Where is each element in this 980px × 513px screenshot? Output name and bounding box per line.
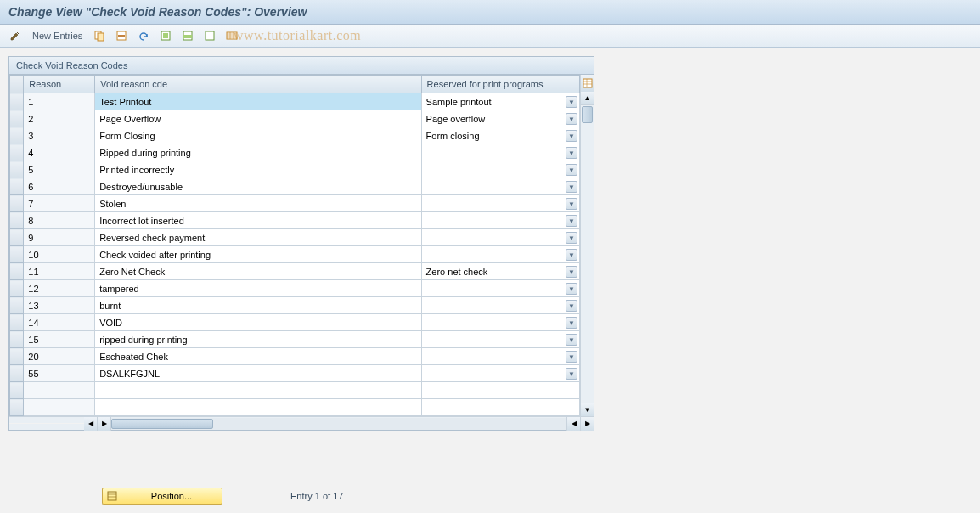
column-header-void-reason[interactable]: Void reason cde (95, 76, 421, 93)
cell-reserved[interactable]: ▼ (421, 195, 579, 212)
copy-as-icon[interactable] (91, 28, 108, 43)
table-row[interactable]: 3Form ClosingForm closing▼ (10, 127, 580, 144)
row-selector[interactable] (10, 161, 24, 178)
scroll-down-icon[interactable]: ▼ (581, 403, 594, 416)
cell-reserved[interactable]: ▼ (421, 365, 579, 382)
dropdown-arrow-icon[interactable]: ▼ (566, 130, 577, 142)
table-row[interactable]: 12tampered▼ (10, 280, 580, 297)
cell-reason[interactable]: 6 (24, 178, 95, 195)
hscroll-thumb[interactable] (111, 419, 213, 429)
table-row[interactable]: 20Escheated Chek▼ (10, 348, 580, 365)
cell-void-reason[interactable]: DSALKFGJNL (95, 365, 421, 382)
table-row[interactable]: 13burnt▼ (10, 297, 580, 314)
scroll-right-icon[interactable]: ▶ (580, 417, 594, 431)
cell-void-reason[interactable]: Destroyed/unusable (95, 178, 421, 195)
row-selector[interactable] (10, 280, 24, 297)
dropdown-arrow-icon[interactable]: ▼ (566, 164, 577, 176)
cell-reserved[interactable]: Zero net check▼ (421, 263, 579, 280)
cell-reason[interactable]: 3 (24, 127, 95, 144)
row-selector-header[interactable] (10, 76, 24, 93)
table-row[interactable]: 9Reversed check payment▼ (10, 229, 580, 246)
row-selector[interactable] (10, 144, 24, 161)
column-header-reason[interactable]: Reason (24, 76, 95, 93)
cell-reserved[interactable]: ▼ (421, 246, 579, 263)
cell-reason[interactable]: 9 (24, 229, 95, 246)
dropdown-arrow-icon[interactable]: ▼ (566, 266, 577, 278)
row-selector[interactable] (10, 348, 24, 365)
cell-void-reason[interactable]: Escheated Chek (95, 348, 421, 365)
new-entries-button[interactable]: New Entries (29, 29, 86, 42)
row-selector[interactable] (10, 93, 24, 110)
cell-reserved[interactable]: ▼ (421, 229, 579, 246)
row-selector[interactable] (10, 314, 24, 331)
cell-reserved[interactable]: ▼ (421, 161, 579, 178)
undo-change-icon[interactable] (135, 28, 152, 43)
cell-void-reason[interactable]: Printed incorrectly (95, 161, 421, 178)
row-selector[interactable] (10, 212, 24, 229)
table-row[interactable]: 14VOID▼ (10, 314, 580, 331)
position-button[interactable]: Position... (102, 488, 222, 505)
cell-reserved[interactable]: ▼ (421, 297, 579, 314)
table-row[interactable]: 6Destroyed/unusable▼ (10, 178, 580, 195)
dropdown-arrow-icon[interactable]: ▼ (566, 317, 577, 329)
cell-reserved[interactable]: ▼ (421, 314, 579, 331)
row-selector[interactable] (10, 382, 24, 399)
row-selector[interactable] (10, 178, 24, 195)
table-row[interactable]: 4Ripped during printing▼ (10, 144, 580, 161)
table-row[interactable]: 7Stolen▼ (10, 195, 580, 212)
cell-reserved[interactable]: ▼ (421, 178, 579, 195)
row-selector[interactable] (10, 229, 24, 246)
cell-reason[interactable] (24, 399, 95, 416)
cell-reserved[interactable]: Page overflow▼ (421, 110, 579, 127)
row-selector[interactable] (10, 127, 24, 144)
cell-void-reason[interactable]: VOID (95, 314, 421, 331)
cell-reason[interactable]: 1 (24, 93, 95, 110)
row-selector[interactable] (10, 263, 24, 280)
scroll-right-step-icon[interactable]: ◀ (566, 417, 580, 431)
cell-reserved[interactable]: Form closing▼ (421, 127, 579, 144)
cell-reserved[interactable]: Sample printout▼ (421, 93, 579, 110)
cell-void-reason[interactable]: Stolen (95, 195, 421, 212)
row-selector[interactable] (10, 399, 24, 416)
cell-reason[interactable]: 5 (24, 161, 95, 178)
cell-reserved[interactable]: ▼ (421, 280, 579, 297)
cell-void-reason[interactable] (95, 382, 421, 399)
scroll-left-icon[interactable]: ◀ (84, 417, 98, 431)
cell-void-reason[interactable]: Reversed check payment (95, 229, 421, 246)
dropdown-arrow-icon[interactable]: ▼ (566, 96, 577, 108)
row-selector[interactable] (10, 195, 24, 212)
cell-reserved[interactable] (421, 399, 579, 416)
dropdown-arrow-icon[interactable]: ▼ (566, 215, 577, 227)
cell-reserved[interactable] (421, 382, 579, 399)
table-row[interactable] (10, 399, 580, 416)
dropdown-arrow-icon[interactable]: ▼ (566, 249, 577, 261)
cell-reason[interactable]: 15 (24, 331, 95, 348)
cell-void-reason[interactable]: Page Overflow (95, 110, 421, 127)
cell-reason[interactable]: 4 (24, 144, 95, 161)
table-row[interactable]: 15ripped during printing▼ (10, 331, 580, 348)
select-all-icon[interactable] (157, 28, 174, 43)
dropdown-arrow-icon[interactable]: ▼ (566, 232, 577, 244)
toggle-display-change-icon[interactable] (7, 28, 24, 43)
cell-reason[interactable]: 2 (24, 110, 95, 127)
cell-void-reason[interactable]: Incorrect lot inserted (95, 212, 421, 229)
cell-reserved[interactable]: ▼ (421, 144, 579, 161)
cell-reason[interactable]: 8 (24, 212, 95, 229)
dropdown-arrow-icon[interactable]: ▼ (566, 113, 577, 125)
cell-void-reason[interactable]: Form Closing (95, 127, 421, 144)
cell-void-reason[interactable]: Test Printout (95, 93, 421, 110)
cell-reason[interactable]: 10 (24, 246, 95, 263)
row-selector[interactable] (10, 110, 24, 127)
cell-reason[interactable]: 55 (24, 365, 95, 382)
table-row[interactable]: 2Page OverflowPage overflow▼ (10, 110, 580, 127)
cell-reserved[interactable]: ▼ (421, 331, 579, 348)
row-selector[interactable] (10, 297, 24, 314)
dropdown-arrow-icon[interactable]: ▼ (566, 181, 577, 193)
table-row[interactable] (10, 382, 580, 399)
dropdown-arrow-icon[interactable]: ▼ (566, 368, 577, 380)
dropdown-arrow-icon[interactable]: ▼ (566, 198, 577, 210)
table-configure-icon[interactable] (580, 75, 594, 92)
horizontal-scrollbar[interactable]: ◀ ▶ ◀ ▶ (9, 416, 594, 430)
table-row[interactable]: 10Check voided after printing▼ (10, 246, 580, 263)
dropdown-arrow-icon[interactable]: ▼ (566, 334, 577, 346)
